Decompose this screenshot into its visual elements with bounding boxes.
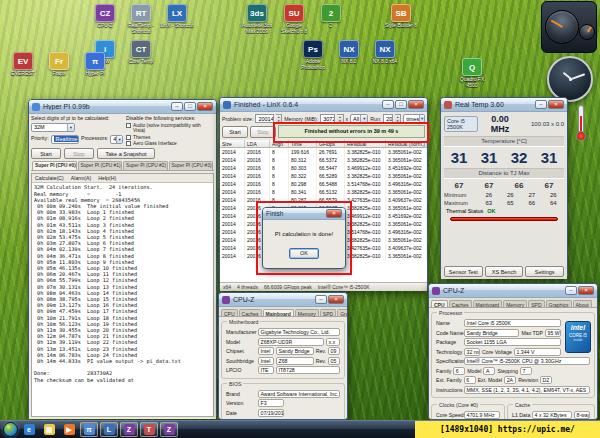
close-button[interactable]: × — [326, 209, 342, 218]
problem-size-input[interactable]: 20014 — [255, 114, 273, 123]
mode-select[interactable]: All▾ — [350, 114, 368, 123]
realtemp-xs-bench-button[interactable]: XS Bench — [485, 266, 524, 277]
cpuz-titlebar[interactable]: CPU-Z – × — [219, 293, 347, 307]
desktop-icon-nx-8-0[interactable]: NXNX 8.0 — [332, 40, 366, 65]
realtemp-settings-button[interactable]: Settings — [525, 266, 564, 277]
desktop-icon-fraps[interactable]: FrFraps — [42, 52, 76, 77]
digits-select[interactable]: 32M▾ — [31, 123, 75, 132]
desktop-icon-google-sketchup-8[interactable]: SUGoogle SketchUp 8 — [277, 4, 311, 34]
maximize-button[interactable]: □ — [184, 102, 196, 111]
menu-calculate[interactable]: Calculate(C) — [35, 174, 64, 182]
taskbar-linx-button[interactable]: L — [100, 422, 118, 437]
thermal-status-label: Thermal Status — [446, 208, 483, 214]
minimize-button[interactable]: – — [565, 286, 577, 295]
desktop-icon-quadro-fx-4500[interactable]: QQuadro FX 4500 — [455, 58, 489, 88]
cpuz-tab-mainboard[interactable]: Mainboard — [263, 309, 294, 316]
realtemp-titlebar[interactable]: Real Temp 3.60 – × — [441, 98, 567, 112]
superpi-tab-cpu-2[interactable]: Super PI (CPU #2) — [123, 161, 168, 170]
cpuz-tab-mainboard[interactable]: Mainboard — [473, 300, 503, 307]
finish-titlebar[interactable]: Finish × — [263, 208, 345, 220]
memory-input[interactable]: 3072 — [320, 114, 335, 123]
taskbar-media-player-button[interactable]: ▶ — [60, 422, 78, 437]
audio-checkbox[interactable] — [126, 123, 131, 128]
start-button[interactable] — [3, 422, 18, 437]
taskbar-realtemp-button[interactable]: T — [140, 422, 158, 437]
desktop-icon-nx-8-0-x64[interactable]: NXNX 8.0 x64 — [368, 40, 402, 65]
take-snapshot-button[interactable]: Take a Snapshot — [97, 148, 155, 159]
maximize-button[interactable]: □ — [395, 100, 407, 109]
processors-select[interactable]: 4▾ — [110, 135, 123, 144]
linx-cell: 3.427635e-010 — [345, 196, 386, 204]
app-icon: SU — [284, 4, 304, 22]
taskbar-ie-button[interactable]: e — [20, 422, 38, 437]
desktop-icon-2[interactable]: 22 — [314, 4, 348, 29]
taskbar-hyperpi-button[interactable]: π — [80, 422, 98, 437]
aero-checkbox[interactable] — [126, 141, 131, 146]
superpi-tab-cpu-3[interactable]: Super PI (CPU #3) — [169, 161, 214, 170]
hyperpi-titlebar[interactable]: Hyper PI 0.99b – □ × — [29, 100, 216, 114]
desktop-icon-realtemp-shortcut[interactable]: RTRealTemp - Shortcut — [124, 4, 158, 34]
superpi-tab-cpu-0[interactable]: Super PI (CPU #0) — [32, 161, 77, 170]
linx-stop-button[interactable]: Stop — [250, 126, 276, 138]
close-button[interactable]: × — [548, 100, 564, 109]
run-spinner[interactable] — [395, 114, 401, 123]
taskbar-explorer-button[interactable]: ▤ — [40, 422, 58, 437]
memory-spinner[interactable] — [337, 114, 343, 123]
desktop-icon-hyper-pi[interactable]: πHyper Pi — [78, 52, 112, 77]
clock-gadget[interactable] — [547, 56, 593, 102]
linx-start-button[interactable]: Start — [222, 126, 248, 138]
taskbar-cpuz-button[interactable]: Z — [120, 422, 138, 437]
cpuz-tab-cpu[interactable]: CPU — [221, 309, 238, 316]
thermometer-gadget[interactable] — [572, 104, 590, 142]
cpuz-tab-cpu[interactable]: CPU — [431, 300, 448, 307]
minimize-button[interactable]: – — [382, 100, 394, 109]
linx-cell: 3.496316e-002 — [386, 180, 427, 188]
linx-result-row: 2001420016880.29866.54883.514768e-0103.4… — [220, 180, 427, 188]
desktop-icon-linx-shortcut[interactable]: LXLinX - Shortcut — [160, 4, 194, 29]
minimize-button[interactable]: – — [535, 100, 547, 109]
menu-help[interactable]: Help(H) — [98, 174, 116, 182]
desktop-icon-style-builder-8[interactable]: SBStyle Builder 8 — [384, 4, 418, 29]
cpuz-tab-graphics[interactable]: Graphics — [337, 309, 348, 316]
superpi-tab-cpu-1[interactable]: Super PI (CPU #1) — [78, 161, 123, 170]
desktop-icon-autodesk-3ds-max-2009[interactable]: 3dsAutodesk 3ds Max 2009 — [240, 4, 274, 34]
hyperpi-log[interactable]: 32M Calculation Start. 24 iterations.Rea… — [32, 183, 213, 416]
cpuz-tab-graphics[interactable]: Graphics — [546, 300, 572, 307]
cpuz-tab-about[interactable]: About — [573, 300, 592, 307]
cpuz-tab-memory[interactable]: Memory — [503, 300, 527, 307]
tjmax-distance-value: 66 — [515, 181, 524, 190]
times-select[interactable]: times▾ — [403, 114, 425, 123]
stop-button[interactable]: Stop — [64, 148, 94, 159]
close-button[interactable]: × — [197, 102, 213, 111]
themes-checkbox[interactable] — [126, 135, 131, 140]
desktop-icon-cpu-z[interactable]: CZCPU-Z — [88, 4, 122, 29]
desktop-icon-everest[interactable]: EVEVEREST — [6, 52, 40, 77]
taskbar-cpuz-2-button[interactable]: Z — [160, 422, 178, 437]
cpuz-titlebar[interactable]: CPU-Z – × — [429, 284, 597, 298]
minimize-button[interactable]: – — [171, 102, 183, 111]
bios-group: BIOS BrandAward Software International, … — [221, 383, 345, 421]
cpu-usage-gadget[interactable] — [541, 1, 597, 53]
close-button[interactable]: × — [408, 100, 424, 109]
cpuz-tab-caches[interactable]: Caches — [449, 300, 472, 307]
desktop-icon-adobe-photoshop-cs5[interactable]: PsAdobe Photoshop CS5 — [296, 40, 330, 70]
cpuz-tab-memory[interactable]: Memory — [295, 309, 319, 316]
close-button[interactable]: × — [578, 286, 594, 295]
linx-titlebar[interactable]: Finished - LinX 0.6.4 – □ × — [220, 98, 427, 112]
linx-status-message: Finished without errors in 39 m 49 s — [278, 125, 425, 138]
run-input[interactable]: 20 — [383, 114, 393, 123]
realtemp-sensor-test-button[interactable]: Sensor Test — [444, 266, 483, 277]
menu-alarm[interactable]: Alarm(A) — [71, 174, 91, 182]
problem-size-spinner[interactable] — [276, 114, 282, 123]
close-button[interactable]: × — [328, 295, 344, 304]
desktop-icon-core-temp[interactable]: CTCore Temp — [124, 40, 158, 65]
cpuz-tab-spd[interactable]: SPD — [528, 300, 544, 307]
start-button[interactable]: Start — [31, 148, 61, 159]
minimize-button[interactable]: – — [315, 295, 327, 304]
cpuz-tab-caches[interactable]: Caches — [239, 309, 262, 316]
maxtdp-value: 95 W — [545, 329, 561, 337]
cpuz-tab-spd[interactable]: SPD — [320, 309, 336, 316]
desktop-icon-label: CPU-Z — [88, 23, 122, 29]
priority-select[interactable]: Realtime▾ — [51, 135, 79, 144]
ok-button[interactable]: OK — [289, 248, 319, 259]
